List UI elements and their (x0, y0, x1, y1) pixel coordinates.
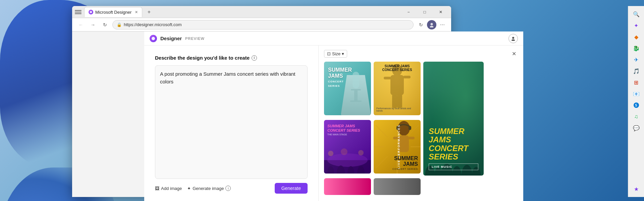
skype-sidebar-icon[interactable]: S (631, 100, 642, 111)
card-1-text: SUMMERJAMS CONCERT SERIES (328, 67, 352, 87)
card-4-text: SUMMER JAMSCONCERT SERIES THE MAIN STAGE (327, 124, 360, 136)
right-panel: ⊡ Size ▾ ✕ SUMMERJAMS CONCERT SERIES (319, 46, 523, 201)
card-4-title: SUMMER JAMSCONCERT SERIES (327, 124, 360, 133)
svg-point-2 (430, 26, 434, 27)
lock-icon: 🔒 (117, 22, 122, 27)
svg-rect-12 (384, 77, 391, 79)
hamburger-menu[interactable] (75, 9, 82, 15)
card-5-subtitle: CONCERT SERIES (392, 168, 418, 170)
forward-button[interactable]: → (88, 20, 98, 29)
svg-point-4 (512, 37, 514, 39)
resize-icon: ⊡ (327, 51, 331, 56)
tab-title: Microsoft Designer (95, 10, 131, 15)
main-layout: Describe the design you'd like to create… (144, 46, 523, 201)
browser-tab[interactable]: Microsoft Designer ✕ (84, 7, 142, 17)
svg-point-5 (512, 39, 515, 41)
bottom-row (324, 178, 518, 195)
browser-sidebar: 🔍 ✦ ◆ 🐉 ✈ 🎵 ⊞ 📧 S ♫ 💬 ★ (628, 6, 644, 197)
url-bar[interactable]: 🔒 https://designer.microsoft.com (112, 20, 414, 29)
svg-point-35 (341, 148, 347, 155)
svg-rect-8 (354, 90, 358, 100)
window-controls: − □ ✕ (401, 7, 448, 17)
svg-rect-47 (409, 126, 411, 130)
left-panel: Describe the design you'd like to create… (144, 46, 319, 201)
close-button[interactable]: ✕ (433, 7, 448, 17)
design-card-3[interactable]: SUMMERJAMSCONCERTSERIES LIVE MUSIC (423, 62, 484, 176)
card-2-subtitle: Performances by local artists and bands (376, 107, 418, 112)
generate-info-icon[interactable]: i (225, 186, 231, 191)
card-4-subtitle: THE MAIN STAGE (327, 133, 360, 136)
svg-rect-9 (350, 100, 362, 102)
back-button[interactable]: ← (76, 20, 86, 29)
card-1-title: SUMMERJAMS (328, 67, 352, 79)
svg-rect-6 (353, 72, 359, 88)
refresh-icon[interactable]: ↻ (416, 20, 426, 29)
card-3-title: SUMMERJAMSCONCERTSERIES (429, 127, 478, 161)
svg-rect-11 (390, 75, 404, 95)
svg-rect-15 (397, 94, 402, 108)
svg-line-43 (376, 156, 388, 168)
card-5-text: SUMMERJAMS CONCERT SERIES (392, 155, 418, 170)
sparkle-icon: ✦ (187, 186, 191, 191)
card-5-title: SUMMERJAMS (392, 155, 418, 167)
generate-image-button[interactable]: ✦ Generate image i (187, 186, 231, 191)
minimize-button[interactable]: − (401, 7, 416, 17)
profile-icon[interactable] (427, 20, 436, 29)
refresh-button[interactable]: ↻ (100, 20, 110, 29)
card-3-live-music-button[interactable]: LIVE MUSIC (429, 163, 478, 170)
app-name: Designer (160, 36, 182, 41)
copilot-sidebar-icon[interactable]: ◆ (631, 31, 642, 42)
svg-point-34 (328, 151, 333, 156)
outlook-sidebar-icon[interactable]: 📧 (631, 88, 642, 99)
svg-rect-7 (351, 89, 361, 90)
svg-point-3 (152, 37, 155, 40)
title-bar: Microsoft Designer ✕ + − □ ✕ (72, 6, 451, 18)
messenger-sidebar-icon[interactable]: 💬 (631, 123, 642, 133)
svg-line-41 (376, 125, 388, 137)
close-results-button[interactable]: ✕ (510, 50, 518, 58)
add-image-button[interactable]: 🖼 Add image (155, 186, 182, 191)
address-bar: ← → ↻ 🔒 https://designer.microsoft.com ↻… (72, 18, 451, 31)
card-2-title: SUMMER JAMS CONCERT SERIES (374, 64, 421, 72)
spotify-sidebar-icon[interactable]: ♫ (631, 111, 642, 122)
design-card-2[interactable]: SUMMER JAMS CONCERT SERIES Performances … (374, 62, 421, 115)
maximize-button[interactable]: □ (417, 7, 432, 17)
prompt-label: Describe the design you'd like to create… (155, 55, 308, 61)
send-sidebar-icon[interactable]: ✈ (631, 54, 642, 65)
extensions-sidebar-icon[interactable]: ★ (631, 184, 642, 194)
prompt-textarea[interactable]: A post promoting a Summer Jams concert s… (155, 65, 308, 179)
add-image-icon: 🖼 (155, 186, 159, 191)
generate-button[interactable]: Generate (275, 183, 308, 194)
card-1-subtitle: CONCERT (328, 80, 352, 83)
svg-point-1 (431, 23, 433, 25)
more-options-icon[interactable]: ⋯ (438, 20, 447, 29)
prompt-actions: 🖼 Add image ✦ Generate image i Generate (155, 183, 308, 194)
svg-rect-14 (392, 94, 397, 108)
new-tab-button[interactable]: + (145, 8, 153, 16)
designer-logo (150, 35, 157, 42)
design-card-4[interactable]: SUMMER JAMSCONCERT SERIES THE MAIN STAGE (324, 120, 371, 174)
music-sidebar-icon[interactable]: 🎵 (631, 66, 642, 76)
info-icon[interactable]: i (252, 55, 257, 61)
collections-sidebar-icon[interactable]: 🐉 (631, 43, 642, 54)
tab-close-button[interactable]: ✕ (135, 10, 138, 14)
svg-rect-13 (403, 76, 411, 78)
design-card-6[interactable] (324, 178, 371, 195)
size-button[interactable]: ⊡ Size ▾ (324, 50, 347, 58)
url-text: https://designer.microsoft.com (124, 22, 182, 27)
svg-rect-50 (409, 137, 415, 139)
svg-text:S: S (635, 104, 637, 107)
svg-point-36 (358, 150, 364, 155)
design-grid: SUMMERJAMS CONCERT SERIES (324, 62, 518, 176)
design-card-1[interactable]: SUMMERJAMS CONCERT SERIES (324, 62, 371, 115)
design-card-5[interactable]: LIVE PERFORMANCES SUMMERJAMS CONCERT SER… (374, 120, 421, 174)
browser-window: Microsoft Designer ✕ + − □ ✕ ← → ↻ 🔒 htt… (72, 6, 451, 197)
search-sidebar-icon[interactable]: 🔍 (631, 9, 642, 19)
preview-badge: PREVIEW (185, 37, 205, 41)
design-card-7[interactable] (374, 178, 421, 195)
office-sidebar-icon[interactable]: ⊞ (631, 77, 642, 88)
user-avatar-button[interactable] (508, 34, 518, 43)
card-1-series: SERIES (328, 84, 352, 87)
pin-sidebar-icon[interactable]: ✦ (631, 20, 642, 31)
app-header: Designer PREVIEW (144, 31, 523, 46)
